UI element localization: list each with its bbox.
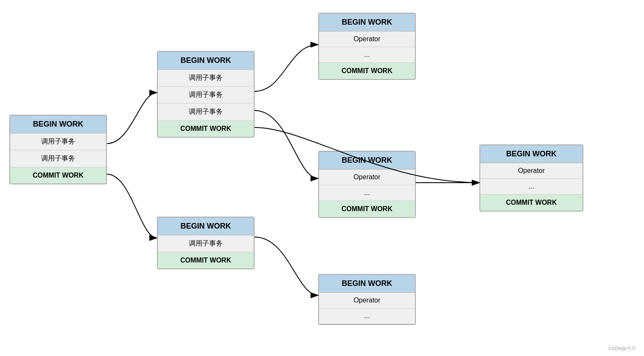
box-level2-top-header: BEGIN WORK bbox=[158, 52, 254, 70]
box-level3-bottom: BEGIN WORK Operator ... bbox=[318, 274, 416, 325]
box-level3-bottom-row1: Operator bbox=[319, 293, 415, 308]
box-level2-top-row1: 调用子事务 bbox=[158, 70, 254, 87]
box-main-header: BEGIN WORK bbox=[10, 116, 106, 133]
box-level3-top-commit: COMMIT WORK bbox=[319, 63, 415, 79]
box-level3-mid: BEGIN WORK Operator ... COMMIT WORK bbox=[318, 151, 416, 218]
box-level3-mid-commit: COMMIT WORK bbox=[319, 201, 415, 217]
box-level4-commit: COMMIT WORK bbox=[480, 195, 582, 211]
box-level3-top: BEGIN WORK Operator ... COMMIT WORK bbox=[318, 13, 416, 80]
box-level3-bottom-header: BEGIN WORK bbox=[319, 275, 415, 293]
box-level2-bottom-header: BEGIN WORK bbox=[158, 218, 254, 235]
box-level4-row2: ... bbox=[480, 179, 582, 195]
box-level3-top-header: BEGIN WORK bbox=[319, 14, 415, 31]
box-level2-top: BEGIN WORK 调用子事务 调用子事务 调用子事务 COMMIT WORK bbox=[157, 51, 255, 138]
box-level3-mid-row2: ... bbox=[319, 185, 415, 201]
box-main-row2: 调用子事务 bbox=[10, 150, 106, 167]
box-level2-bottom-row1: 调用子事务 bbox=[158, 235, 254, 252]
box-level3-mid-header: BEGIN WORK bbox=[319, 152, 415, 170]
box-level2-bottom: BEGIN WORK 调用子事务 COMMIT WORK bbox=[157, 217, 255, 269]
box-level3-mid-row1: Operator bbox=[319, 170, 415, 185]
box-level2-top-commit: COMMIT WORK bbox=[158, 121, 254, 137]
box-main: BEGIN WORK 调用子事务 调用子事务 COMMIT WORK bbox=[9, 115, 107, 184]
box-level4: BEGIN WORK Operator ... COMMIT WORK bbox=[479, 144, 583, 212]
box-level3-top-row2: ... bbox=[319, 47, 415, 63]
box-level3-top-row1: Operator bbox=[319, 31, 415, 47]
box-main-row1: 调用子事务 bbox=[10, 133, 106, 150]
box-level2-top-row2: 调用子事务 bbox=[158, 87, 254, 104]
box-level2-top-row3: 调用子事务 bbox=[158, 104, 254, 121]
box-level3-bottom-row2: ... bbox=[319, 308, 415, 324]
box-main-commit: COMMIT WORK bbox=[10, 167, 106, 184]
watermark: CSDN@仟川 bbox=[608, 345, 636, 352]
box-level4-row1: Operator bbox=[480, 163, 582, 179]
box-level2-bottom-commit: COMMIT WORK bbox=[158, 252, 254, 268]
box-level4-header: BEGIN WORK bbox=[480, 145, 582, 163]
diagram-container: BEGIN WORK 调用子事务 调用子事务 COMMIT WORK BEGIN… bbox=[0, 0, 644, 356]
